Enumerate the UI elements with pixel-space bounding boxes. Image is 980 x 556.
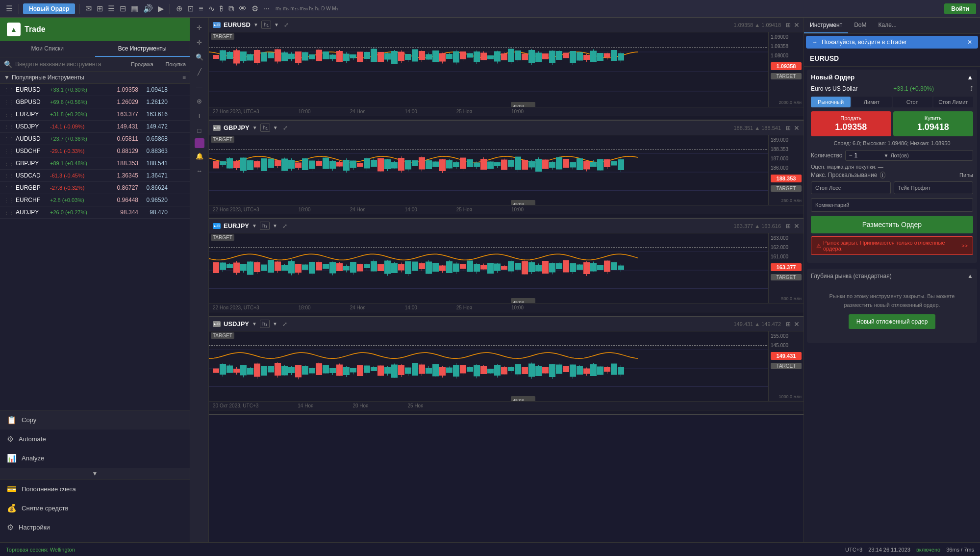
text-tool[interactable]: T [193,109,206,123]
section-menu-icon[interactable]: ≡ [182,74,186,81]
chart-scrollbar[interactable] [209,116,804,120]
chart-timeframe[interactable]: h₁ [260,222,270,230]
tab-dom[interactable]: DoM [848,18,872,33]
chart-dropdown-arrow[interactable]: ▼ [252,321,257,327]
chart-plot[interactable]: 45:08 TARGET [209,233,804,303]
chart-icon-detach[interactable]: ⤢ [283,125,288,131]
instrument-row[interactable]: ⋮⋮ GBPJPY +89.1 (+0.48%) 188.353 188.541 [0,157,190,170]
chart-icon-detach[interactable]: ⤢ [284,22,289,28]
measure-tool[interactable]: ↔ [193,164,206,177]
chart-dropdown-arrow[interactable]: ▼ [252,125,257,130]
instrument-row[interactable]: ⋮⋮ EURCHF +2.8 (+0.03%) 0.96448 0.96520 [0,194,190,206]
more-icon[interactable]: ··· [261,2,272,15]
sidebar-bottom-item-настройки[interactable]: ⚙ Настройки [0,518,190,537]
quantity-input[interactable] [854,152,883,159]
sidebar-scroll-down[interactable]: ▼ [0,468,190,479]
qty-dropdown-arrow[interactable]: ▼ [883,153,888,158]
chart-tf-dropdown[interactable]: ▼ [273,125,278,130]
chart-scrollbar[interactable] [209,410,804,414]
alert-tool[interactable]: 🔔 [193,149,206,163]
layout-icon[interactable]: ⊡ [185,2,196,15]
order-type-limit[interactable]: Лимит [852,97,891,107]
chart-scrollbar[interactable] [209,214,804,218]
instrument-row[interactable]: ⋮⋮ EURJPY +31.8 (+0.20%) 163.377 163.616 [0,108,190,121]
instrument-row[interactable]: ⋮⋮ AUDUSD +23.7 (+0.36%) 0.65811 0.65868 [0,133,190,145]
instrument-row[interactable]: ⋮⋮ EURUSD +33.1 (+0.30%) 1.09358 1.09418 [0,84,190,96]
grid-icon[interactable]: ⊟ [118,2,128,15]
buy-button[interactable]: Купить 1.09418 [893,111,974,136]
sidebar-menu-item-copy[interactable]: 📋 Copy [0,410,190,430]
chart-maximize-button[interactable]: ⊞ [786,22,791,28]
chart-timeframe[interactable]: h₁ [260,124,270,132]
tab-my-lists[interactable]: Мои Списки [0,41,95,57]
popular-section-header[interactable]: ▼ Популярные Инструменты ≡ [0,72,190,84]
chart-close-button[interactable]: ✕ [794,222,800,230]
chart-tf-dropdown[interactable]: ▼ [274,22,279,27]
chart-dropdown-arrow[interactable]: ▼ [253,22,258,27]
chart-icon-detach[interactable]: ⤢ [282,223,287,229]
tab-all-instruments[interactable]: Все Инструменты [95,41,190,57]
notification-close-btn[interactable]: ✕ [967,39,972,46]
zoom-tool[interactable]: 🔍 [193,50,206,64]
sidebar-menu-item-automate[interactable]: ⚙ Automate [0,430,190,449]
chart-maximize-button[interactable]: ⊞ [786,321,791,328]
menu-icon[interactable]: ☰ [4,2,15,15]
order-panel-expand[interactable]: ▲ [967,74,973,81]
eye-icon[interactable]: 👁 [237,2,249,15]
chart-scrollbar[interactable] [209,312,804,316]
tab-calendar[interactable]: Кале... [873,18,903,33]
instrument-row[interactable]: ⋮⋮ USDCAD -61.3 (-0.45%) 1.36345 1.36471 [0,170,190,182]
chart-plot[interactable]: 45:08 TARGET [209,331,804,401]
layers-icon[interactable]: ⧉ [226,2,236,15]
new-order-button[interactable]: Новый Ордер [23,3,75,14]
comment-input[interactable]: Комментарий [811,198,973,212]
instrument-row[interactable]: ⋮⋮ EURGBP -27.8 (-0.32%) 0.86727 0.86624 [0,182,190,194]
trade-icon[interactable]: ≡ [197,2,205,15]
rectangle-tool[interactable]: □ [193,124,206,137]
login-button[interactable]: Войти [944,3,976,14]
settings-icon[interactable]: ⚙ [250,2,260,15]
line-tool[interactable]: ╱ [193,65,206,78]
chart-close-button[interactable]: ✕ [794,320,800,328]
speaker-icon[interactable]: 🔊 [141,2,155,15]
chart-tf-dropdown[interactable]: ▼ [273,321,277,327]
bar-icon[interactable]: ▦ [129,2,140,15]
instrument-row[interactable]: ⋮⋮ USDJPY -14.1 (-0.09%) 149.431 149.472 [0,121,190,133]
fib-tool[interactable]: ⊛ [193,94,206,108]
share-icon[interactable]: ⤴ [970,85,973,93]
slippage-info-icon[interactable]: i [880,172,885,178]
chart-plot[interactable]: 45:08 TARGET [209,135,804,205]
new-pending-order-button[interactable]: Новый отложенный ордер [849,314,936,329]
chart-timeframe[interactable]: h₁ [260,320,270,328]
chart-close-button[interactable]: ✕ [794,21,800,29]
horizontal-line-tool[interactable]: — [193,79,206,93]
bitcoin-icon[interactable]: ₿ [218,2,226,15]
take-profit-input[interactable]: Тейк Профит [894,181,974,194]
stop-loss-input[interactable]: Стоп Лосс [811,181,891,194]
chart-dropdown-arrow[interactable]: ▼ [252,223,257,228]
charts-scroll[interactable]: ▲/⊟ EURUSD ▼ h₁ ▼ ⤢ 1.09358 ▲ 1.09418 ⊞ … [209,18,804,556]
chart-icon-detach[interactable]: ⤢ [282,321,287,328]
color-tool[interactable] [195,138,204,148]
chart-tf-dropdown[interactable]: ▼ [273,223,277,228]
chart-close-button[interactable]: ✕ [794,124,800,132]
play-icon[interactable]: ▶ [156,2,166,15]
place-order-button[interactable]: Разместить Ордер [811,216,973,233]
candlestick-icon[interactable]: ☰ [106,2,117,15]
qty-minus-btn[interactable]: − [849,152,852,159]
sidebar-menu-item-analyze[interactable]: 📊 Analyze [0,449,190,468]
sidebar-bottom-item-снятие-средств[interactable]: 💰 Снятие средств [0,499,190,518]
order-type-stop-limit[interactable]: Стоп Лимит [933,97,973,107]
mail-icon[interactable]: ✉ [83,2,94,15]
tab-instrument[interactable]: Инструмент [804,18,848,33]
instrument-row[interactable]: ⋮⋮ USDCHF -29.1 (-0.33%) 0.88129 0.88363 [0,145,190,157]
sell-button[interactable]: Продать 1.09358 [811,111,891,136]
cursor-icon[interactable]: ⊕ [174,2,184,15]
chart-timeframe[interactable]: h₁ [261,21,271,29]
chart-maximize-button[interactable]: ⊞ [786,125,791,131]
order-type-stop[interactable]: Стоп [893,97,932,107]
crosshair-tool[interactable]: ✛ [193,35,206,49]
instrument-row[interactable]: ⋮⋮ AUDJPY +26.0 (+0.27%) 98.344 98.470 [0,206,190,219]
chart-maximize-button[interactable]: ⊞ [786,223,791,229]
search-input[interactable] [15,61,121,68]
